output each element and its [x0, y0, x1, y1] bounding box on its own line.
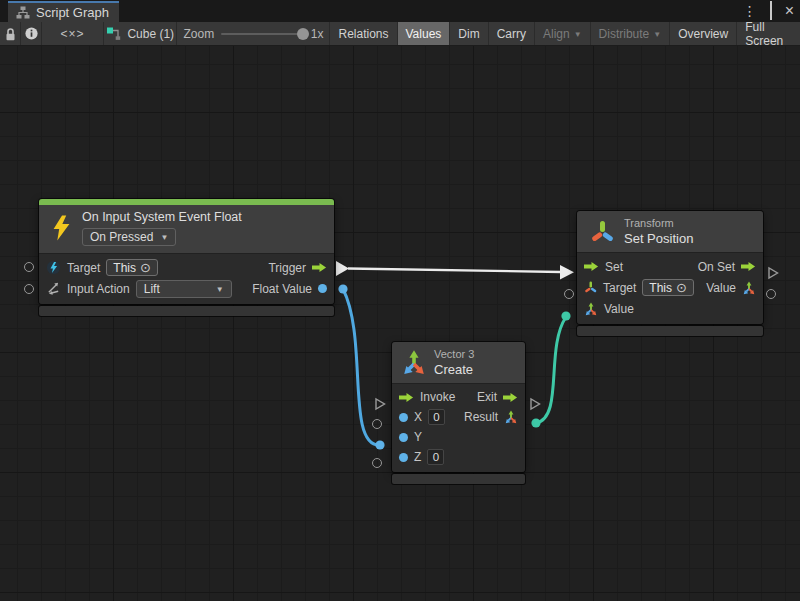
transform-node-title: Set Position: [624, 231, 693, 246]
result-output-port[interactable]: [531, 418, 540, 427]
transform-node-footer: [577, 326, 763, 336]
transform-value-row: Value: [577, 298, 763, 319]
node-transform-set-position[interactable]: Transform Set Position Set On Set: [577, 211, 763, 336]
x-input-port[interactable]: [372, 419, 382, 429]
y-label: Y: [414, 430, 422, 444]
x-value-field[interactable]: 0: [428, 409, 445, 425]
float-value-label: Float Value: [252, 282, 312, 296]
vector3-icon: [742, 281, 756, 295]
title-bar: Script Graph ⋮ ×: [0, 0, 800, 22]
target-this-chip[interactable]: This ⊙: [106, 259, 158, 276]
event-mode-dropdown[interactable]: On Pressed ▼: [82, 228, 176, 246]
event-mode-value: On Pressed: [90, 230, 153, 244]
event-node-title: On Input System Event Float: [82, 210, 242, 224]
value-input-port-connected[interactable]: [561, 311, 570, 320]
graph-toolbar: <×> Cube (1) Zoom 1x Relations Values Di…: [0, 22, 800, 46]
window-menu-button[interactable]: ⋮: [743, 4, 757, 18]
chevron-down-icon: ▼: [216, 286, 224, 294]
lightning-bolt-icon: [51, 215, 72, 241]
z-input-port[interactable]: [372, 458, 382, 468]
input-action-value: Lift: [144, 282, 160, 296]
graph-canvas[interactable]: On Input System Event Float On Pressed ▼: [0, 46, 800, 601]
transform-node-type: Transform: [624, 217, 693, 229]
y-port-icon[interactable]: [399, 433, 408, 442]
vector3-node-footer: [392, 474, 525, 484]
overview-button[interactable]: Overview: [669, 22, 736, 45]
values-button[interactable]: Values: [397, 22, 450, 45]
flow-arrow-icon: [503, 392, 518, 403]
dim-button[interactable]: Dim: [449, 22, 487, 45]
zoom-label: Zoom: [183, 27, 214, 41]
input-action-label: Input Action: [67, 282, 130, 296]
tab-title: Script Graph: [36, 5, 109, 20]
vector3-icon: [504, 410, 518, 424]
event-target-input-port[interactable]: [24, 262, 34, 272]
onset-output-port[interactable]: [766, 266, 780, 280]
align-button[interactable]: Align ▼: [534, 22, 590, 45]
transform-target-value: This: [649, 281, 672, 295]
target-row: Target This ⊙ Trigger: [39, 257, 334, 278]
transform-target-this-chip[interactable]: This ⊙: [642, 279, 694, 296]
transform-value-output-port[interactable]: [766, 289, 776, 299]
tab-script-graph[interactable]: Script Graph: [8, 1, 119, 22]
window-close-button[interactable]: ×: [785, 3, 794, 19]
exit-output-port[interactable]: [528, 397, 542, 411]
input-action-dropdown[interactable]: Lift ▼: [136, 280, 232, 298]
node-vector3-create[interactable]: Vector 3 Create Invoke Exit: [392, 342, 525, 484]
vector3-node-title: Create: [434, 362, 474, 377]
lock-button[interactable]: [0, 22, 21, 45]
z-value-field[interactable]: 0: [427, 449, 444, 465]
z-port-icon[interactable]: [399, 453, 408, 462]
y-input-port-connected[interactable]: [375, 440, 384, 449]
zoom-slider[interactable]: [221, 33, 304, 35]
flow-arrow-icon: [399, 392, 414, 403]
invoke-row: Invoke Exit: [392, 387, 525, 407]
target-this-value: This: [113, 261, 136, 275]
graph-hierarchy-icon: [16, 6, 30, 20]
x-row: X 0 Result: [392, 407, 525, 427]
float-value-port-icon[interactable]: [318, 284, 327, 293]
on-set-label: On Set: [698, 260, 735, 274]
code-view-button[interactable]: <×>: [42, 22, 104, 45]
graph-target-indicator[interactable]: Cube (1): [104, 22, 177, 45]
input-action-row: Input Action Lift ▼ Float Value: [39, 278, 334, 299]
script-graph-window: Script Graph ⋮ ×: [0, 0, 800, 601]
x-port-icon[interactable]: [399, 413, 408, 422]
full-screen-button[interactable]: Full Screen: [736, 22, 800, 45]
chevron-down-icon: ▼: [160, 234, 168, 242]
z-row: Z 0: [392, 447, 525, 467]
carry-button[interactable]: Carry: [488, 22, 534, 45]
info-button[interactable]: [21, 22, 42, 45]
distribute-label: Distribute: [599, 27, 650, 41]
event-node-footer: [39, 306, 334, 316]
invoke-input-port[interactable]: [373, 397, 387, 411]
relations-button[interactable]: Relations: [329, 22, 396, 45]
trigger-label: Trigger: [268, 261, 306, 275]
bolt-circle-icon: [46, 260, 61, 275]
window-maximize-button[interactable]: [770, 4, 772, 18]
trigger-output-port[interactable]: [336, 261, 349, 276]
chevron-down-icon: ▼: [574, 31, 582, 39]
wire-trigger-to-set[interactable]: [348, 269, 561, 273]
vector3-icon: [584, 302, 598, 316]
float-value-output-port[interactable]: [338, 284, 347, 293]
target-icon: ⊙: [140, 261, 151, 274]
event-inputaction-input-port[interactable]: [24, 284, 34, 294]
graph-asset-icon: [106, 26, 121, 41]
x-label: X: [414, 410, 422, 424]
node-on-input-system-event-float[interactable]: On Input System Event Float On Pressed ▼: [39, 199, 334, 316]
maximize-icon: [770, 1, 772, 20]
transform-target-input-port[interactable]: [564, 289, 574, 299]
lock-icon: [4, 27, 17, 41]
align-label: Align: [543, 27, 570, 41]
info-icon: [24, 26, 39, 41]
distribute-button[interactable]: Distribute ▼: [590, 22, 670, 45]
result-label: Result: [464, 410, 498, 424]
target-icon: ⊙: [676, 281, 687, 294]
target-label: Target: [67, 261, 100, 275]
zoom-control: Zoom 1x: [177, 22, 329, 45]
zoom-slider-handle[interactable]: [297, 28, 309, 40]
vector3-node-type: Vector 3: [434, 348, 474, 360]
exit-label: Exit: [477, 390, 497, 404]
transform-target-row: Target This ⊙ Value: [577, 277, 763, 298]
